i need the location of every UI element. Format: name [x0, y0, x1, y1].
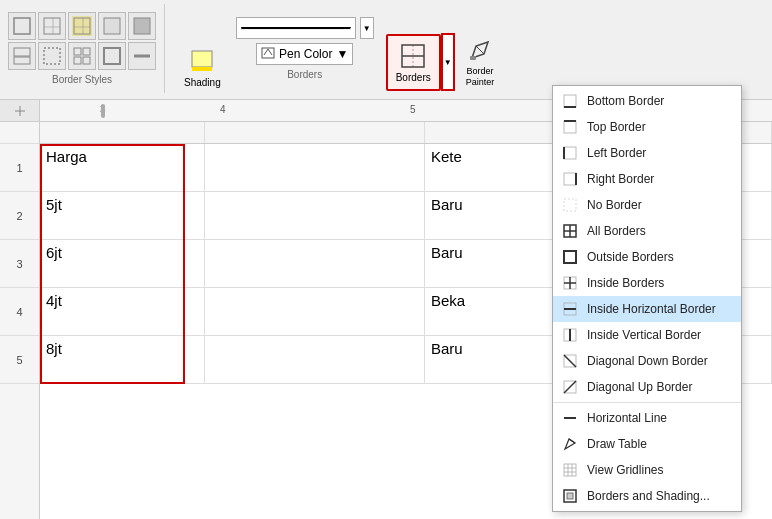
menu-item-bottom-border[interactable]: Bottom Border [553, 88, 741, 114]
menu-item-label: No Border [587, 198, 642, 212]
borders-dropdown-arrow[interactable]: ▼ [441, 33, 455, 91]
menu-item-horiz-line[interactable]: Horizontal Line [553, 405, 741, 431]
cell-b5[interactable] [205, 336, 425, 383]
view-gridlines-icon [561, 461, 579, 479]
svg-line-52 [564, 381, 576, 393]
ruler-mark-4: 4 [220, 104, 226, 115]
border-style-10[interactable] [128, 42, 156, 70]
menu-item-diag-up-border[interactable]: Diagonal Up Border [553, 374, 741, 400]
border-painter-label: BorderPainter [466, 66, 495, 88]
inside-vert-border-icon [561, 326, 579, 344]
menu-item-label: Top Border [587, 120, 646, 134]
svg-rect-19 [192, 67, 212, 71]
diag-up-border-icon [561, 378, 579, 396]
svg-rect-37 [564, 199, 576, 211]
pen-color-arrow[interactable]: ▼ [336, 47, 348, 61]
cell-a3[interactable]: 6jt [40, 240, 205, 287]
menu-item-inside-borders[interactable]: Inside Borders [553, 270, 741, 296]
shading-button[interactable]: Shading [177, 42, 228, 93]
row-num-5[interactable]: 5 [0, 336, 39, 384]
row-num-2[interactable]: 2 [0, 192, 39, 240]
right-border-icon [561, 170, 579, 188]
menu-item-label: Inside Vertical Border [587, 328, 701, 342]
cell-a2[interactable]: 5jt [40, 192, 205, 239]
svg-line-24 [476, 46, 484, 54]
menu-item-borders-and-shading[interactable]: Borders and Shading... [553, 483, 741, 509]
border-painter-button[interactable]: BorderPainter [459, 31, 502, 93]
borders-label: Borders [396, 72, 431, 83]
menu-separator-1 [553, 402, 741, 403]
svg-rect-61 [567, 493, 573, 499]
svg-rect-7 [104, 18, 120, 34]
border-style-3[interactable] [68, 12, 96, 40]
line-preview-dropdown[interactable]: ▼ [360, 17, 374, 39]
cell-a1[interactable]: Harga [40, 144, 205, 191]
menu-item-inside-horiz-border[interactable]: Inside Horizontal Border [553, 296, 741, 322]
border-styles-label: Border Styles [52, 74, 112, 85]
svg-rect-11 [44, 48, 60, 64]
pen-color-row: Pen Color ▼ [256, 43, 353, 65]
horiz-line-icon [561, 409, 579, 427]
shading-label: Shading [184, 77, 221, 88]
borders-button-group: Borders ▼ BorderPainter [386, 31, 502, 93]
menu-item-top-border[interactable]: Top Border [553, 114, 741, 140]
menu-item-label: View Gridlines [587, 463, 663, 477]
col-header-a[interactable] [40, 122, 205, 143]
border-style-4[interactable] [98, 12, 126, 40]
border-style-5[interactable] [128, 12, 156, 40]
svg-line-50 [564, 355, 576, 367]
svg-rect-41 [564, 251, 576, 263]
cell-a4[interactable]: 4jt [40, 288, 205, 335]
row-num-4[interactable]: 4 [0, 288, 39, 336]
menu-item-no-border[interactable]: No Border [553, 192, 741, 218]
line-preview [236, 17, 356, 39]
col-header-b[interactable] [205, 122, 425, 143]
svg-rect-12 [74, 48, 81, 55]
menu-item-outside-borders[interactable]: Outside Borders [553, 244, 741, 270]
menu-item-label: Inside Borders [587, 276, 664, 290]
borders-shading-icon [561, 487, 579, 505]
border-style-7[interactable] [38, 42, 66, 70]
menu-item-right-border[interactable]: Right Border [553, 166, 741, 192]
cell-b4[interactable] [205, 288, 425, 335]
cell-a5[interactable]: 8jt [40, 336, 205, 383]
menu-item-left-border[interactable]: Left Border [553, 140, 741, 166]
menu-item-label: Diagonal Up Border [587, 380, 692, 394]
svg-rect-15 [83, 57, 90, 64]
border-style-1[interactable] [8, 12, 36, 40]
cell-b2[interactable] [205, 192, 425, 239]
cell-b1[interactable] [205, 144, 425, 191]
row-num-1[interactable]: 1 [0, 144, 39, 192]
inside-horiz-border-icon [561, 300, 579, 318]
svg-rect-18 [192, 51, 212, 67]
ruler-handle-1[interactable] [95, 100, 111, 121]
menu-item-draw-table[interactable]: Draw Table [553, 431, 741, 457]
menu-item-label: Left Border [587, 146, 646, 160]
menu-item-diag-down-border[interactable]: Diagonal Down Border [553, 348, 741, 374]
menu-item-view-gridlines[interactable]: View Gridlines [553, 457, 741, 483]
menu-item-all-borders[interactable]: All Borders [553, 218, 741, 244]
menu-item-label: Outside Borders [587, 250, 674, 264]
cell-b3[interactable] [205, 240, 425, 287]
svg-rect-10 [14, 57, 30, 64]
row-num-3[interactable]: 3 [0, 240, 39, 288]
line-width-row: ▼ [236, 17, 374, 39]
diag-down-border-icon [561, 352, 579, 370]
inside-borders-icon [561, 274, 579, 292]
menu-item-inside-vert-border[interactable]: Inside Vertical Border [553, 322, 741, 348]
svg-rect-0 [14, 18, 30, 34]
borders-button[interactable]: Borders [386, 34, 441, 91]
menu-item-label: All Borders [587, 224, 646, 238]
border-style-9[interactable] [98, 42, 126, 70]
pen-color-button[interactable]: Pen Color ▼ [256, 43, 353, 65]
pen-color-label: Pen Color [279, 47, 332, 61]
menu-item-label: Draw Table [587, 437, 647, 451]
ruler-corner [0, 100, 40, 121]
menu-item-label: Horizontal Line [587, 411, 667, 425]
menu-item-label: Inside Horizontal Border [587, 302, 716, 316]
menu-item-label: Diagonal Down Border [587, 354, 708, 368]
border-style-2[interactable] [38, 12, 66, 40]
border-style-8[interactable] [68, 42, 96, 70]
border-style-6[interactable] [8, 42, 36, 70]
row-header-col: 1 2 3 4 5 [0, 122, 40, 519]
